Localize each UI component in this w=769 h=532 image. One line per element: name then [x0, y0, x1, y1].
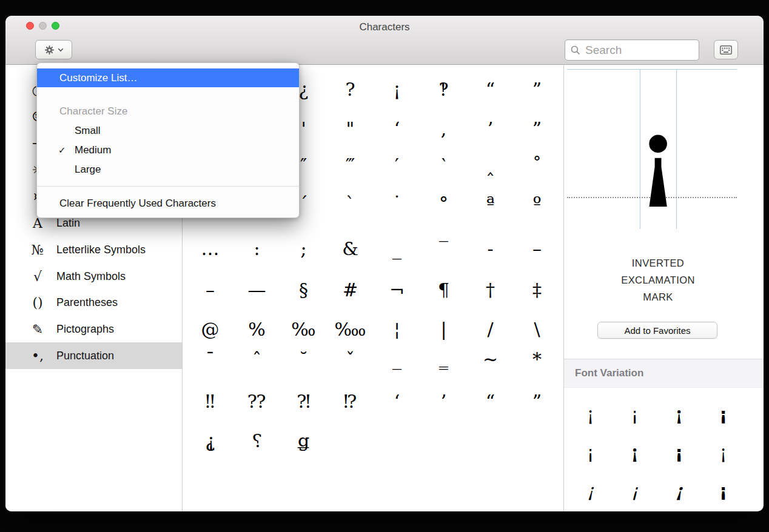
character-row: ‼⁇⁈⁉‘’“”	[187, 384, 560, 418]
character-cell[interactable]: ⸘	[187, 424, 233, 457]
character-cell	[420, 424, 467, 457]
character-cell[interactable]: †	[467, 273, 514, 307]
checkmark-icon: ✓	[58, 141, 75, 159]
character-cell[interactable]: ª	[467, 186, 514, 220]
search-icon	[571, 45, 580, 55]
sidebar-item-pictographs[interactable]: ✎Pictographs	[5, 316, 182, 342]
character-cell[interactable]: ”	[514, 72, 560, 106]
character-cell[interactable]: ˇ	[327, 342, 374, 376]
character-cell[interactable]: _	[374, 231, 420, 265]
character-cell[interactable]: ′	[374, 148, 420, 182]
font-variation-cell[interactable]: ¡	[657, 471, 701, 510]
character-cell[interactable]: —	[233, 273, 280, 307]
menu-item-large[interactable]: Large	[37, 160, 299, 179]
character-cell[interactable]: ˙	[374, 186, 420, 220]
characters-window: ◷☺→✳¤ALatin№Letterlike Symbols√Math Symb…	[5, 16, 764, 511]
font-variation-cell[interactable]: ¡	[613, 395, 657, 433]
character-cell[interactable]: ‵	[420, 148, 467, 182]
character-cell[interactable]: ‾	[420, 231, 467, 265]
character-cell[interactable]: ‽	[420, 72, 467, 106]
character-cell[interactable]: `	[327, 186, 374, 220]
font-variation-cell[interactable]: ¡	[568, 471, 613, 510]
character-cell[interactable]: ¡	[374, 72, 420, 106]
character-cell[interactable]: &	[327, 231, 374, 265]
character-cell[interactable]: ʻ	[374, 111, 420, 145]
character-cell[interactable]: ”	[514, 111, 560, 145]
character-cell[interactable]: ⁈	[280, 384, 327, 418]
character-cell[interactable]: ~	[467, 342, 514, 376]
sidebar-item-letterlike-symbols[interactable]: №Letterlike Symbols	[5, 236, 182, 263]
sidebar-item-parentheses[interactable]: ()Parentheses	[5, 289, 182, 316]
character-cell[interactable]: ‸	[467, 148, 514, 182]
character-cell[interactable]: ¬	[374, 273, 420, 307]
character-cell[interactable]: ;	[280, 231, 327, 265]
character-cell	[374, 424, 420, 457]
character-cell[interactable]: ⸮	[233, 424, 280, 457]
character-cell[interactable]: |	[420, 312, 467, 346]
character-row: ⸘⸮ǥ	[187, 424, 560, 457]
character-cell[interactable]: ?	[327, 72, 374, 106]
character-cell[interactable]: _	[374, 342, 420, 376]
character-cell[interactable]: ¯	[187, 342, 233, 376]
character-cell[interactable]: %	[233, 312, 280, 346]
font-variation-cell[interactable]: ¡	[657, 395, 701, 433]
character-cell[interactable]: “	[467, 384, 514, 418]
font-variation-cell[interactable]: ¡	[613, 433, 657, 471]
character-cell[interactable]: ‼	[187, 384, 233, 418]
sidebar-item-punctuation[interactable]: •,Punctuation	[5, 342, 182, 369]
character-cell[interactable]: ˚	[514, 148, 560, 182]
character-cell[interactable]: º	[514, 186, 560, 220]
character-cell[interactable]: ˘	[280, 342, 327, 376]
character-cell[interactable]: @	[187, 312, 233, 346]
title-bar[interactable]: Characters	[5, 16, 764, 65]
character-cell[interactable]: ‴	[327, 148, 374, 182]
menu-item-medium[interactable]: ✓Medium	[37, 141, 299, 159]
character-cell[interactable]: /	[467, 312, 514, 346]
character-cell[interactable]: ‐	[467, 231, 514, 265]
character-cell[interactable]: –	[514, 231, 560, 265]
window-title: Characters	[5, 21, 764, 33]
menu-item-clear-frequently-used[interactable]: Clear Frequently Used Characters	[37, 194, 299, 213]
menu-item-customize-list[interactable]: Customize List…	[37, 68, 299, 87]
font-variation-cell[interactable]: ¡	[701, 433, 745, 471]
character-cell	[327, 424, 374, 457]
character-cell[interactable]: °	[420, 186, 467, 220]
character-cell[interactable]: ǥ	[280, 424, 327, 457]
menu-section-character-size: Character Size	[37, 102, 299, 121]
character-palette-toggle-button[interactable]	[714, 40, 738, 59]
font-variation-cell[interactable]: ¡	[568, 433, 613, 471]
add-to-favorites-button[interactable]: Add to Favorites	[597, 322, 717, 339]
character-cell[interactable]: #	[327, 273, 374, 307]
character-cell[interactable]: ’	[420, 384, 467, 418]
font-variation-cell[interactable]: ¡	[701, 471, 745, 510]
character-cell[interactable]: "	[327, 111, 374, 145]
font-variation-cell[interactable]: ¡	[701, 395, 745, 433]
sidebar-item-math-symbols[interactable]: √Math Symbols	[5, 263, 182, 290]
character-cell[interactable]: …	[187, 231, 233, 265]
character-cell[interactable]: ¶	[420, 273, 467, 307]
character-cell[interactable]: “	[467, 72, 514, 106]
character-cell[interactable]: ’	[467, 111, 514, 145]
font-variation-cell[interactable]: ¡	[568, 395, 613, 433]
character-cell[interactable]: –	[187, 273, 233, 307]
character-cell[interactable]: ‘	[374, 384, 420, 418]
character-cell[interactable]: ”	[514, 384, 560, 418]
character-cell[interactable]: §	[280, 273, 327, 307]
character-cell[interactable]: ‗	[420, 342, 467, 376]
character-cell[interactable]: ¦	[374, 312, 420, 346]
character-cell[interactable]: ‡	[514, 273, 560, 307]
character-cell[interactable]: ‱	[327, 312, 374, 346]
character-cell[interactable]: \	[514, 312, 560, 346]
character-cell[interactable]: :	[233, 231, 280, 265]
character-cell[interactable]: ,	[420, 111, 467, 145]
menu-item-small[interactable]: Small	[37, 121, 299, 140]
character-cell[interactable]: ˆ	[233, 342, 280, 376]
character-cell[interactable]: ⁉	[327, 384, 374, 418]
font-variation-cell[interactable]: ¡	[657, 433, 701, 471]
search-input[interactable]	[584, 43, 693, 58]
font-variation-cell[interactable]: ¡	[613, 471, 657, 510]
character-cell[interactable]: *	[514, 342, 560, 376]
character-cell[interactable]: ⁇	[233, 384, 280, 418]
action-menu-button[interactable]	[35, 40, 72, 59]
character-cell[interactable]: ‰	[280, 312, 327, 346]
